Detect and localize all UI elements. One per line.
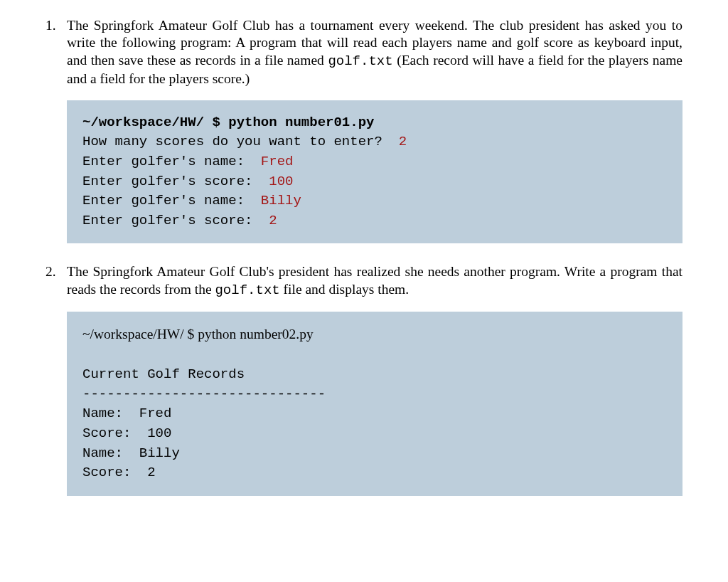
- question-1-number: 1.: [46, 17, 67, 88]
- code2-score-2: Score: 2: [82, 465, 156, 480]
- code2-prompt-path: ~/workspace/HW/ $: [82, 327, 198, 342]
- code1-line3-prompt: Enter golfer's score:: [82, 174, 269, 189]
- page: 1. The Springfork Amateur Golf Club has …: [0, 0, 728, 582]
- code1-line2-input: Fred: [261, 154, 294, 169]
- code1-line3-input: 100: [269, 174, 293, 189]
- question-1-body: The Springfork Amateur Golf Club has a t…: [67, 17, 682, 88]
- question-2-number: 2.: [46, 263, 67, 299]
- code1-line5-prompt: Enter golfer's score:: [82, 213, 269, 228]
- question-2-body: The Springfork Amateur Golf Club's presi…: [67, 263, 682, 299]
- question-2: 2. The Springfork Amateur Golf Club's pr…: [46, 263, 682, 299]
- code2-name-1: Name: Fred: [82, 406, 171, 421]
- question-1-code-token: golf.txt: [328, 53, 392, 69]
- code-block-2: ~/workspace/HW/ $ python number02.py Cur…: [67, 312, 682, 495]
- code1-prompt-path: ~/workspace/HW/ $: [82, 115, 228, 130]
- question-1: 1. The Springfork Amateur Golf Club has …: [46, 17, 682, 88]
- code2-header: Current Golf Records: [82, 366, 245, 382]
- code-block-1: ~/workspace/HW/ $ python number01.py How…: [67, 100, 682, 243]
- code1-line1-input: 2: [399, 134, 407, 149]
- code1-line4-input: Billy: [261, 193, 301, 208]
- question-2-text-post: file and displays them.: [280, 282, 409, 297]
- code2-rule: ------------------------------: [82, 386, 326, 402]
- code1-line5-input: 2: [269, 213, 277, 228]
- question-2-code-token: golf.txt: [215, 282, 279, 298]
- code1-prompt-cmd: python number01.py: [228, 115, 374, 130]
- code1-line2-prompt: Enter golfer's name:: [82, 154, 261, 169]
- code1-line4-prompt: Enter golfer's name:: [82, 193, 261, 208]
- code2-name-2: Name: Billy: [82, 445, 180, 461]
- code1-line1-prompt: How many scores do you want to enter?: [82, 134, 399, 149]
- code2-score-1: Score: 100: [82, 425, 171, 441]
- code2-prompt-cmd: python number02.py: [198, 327, 313, 342]
